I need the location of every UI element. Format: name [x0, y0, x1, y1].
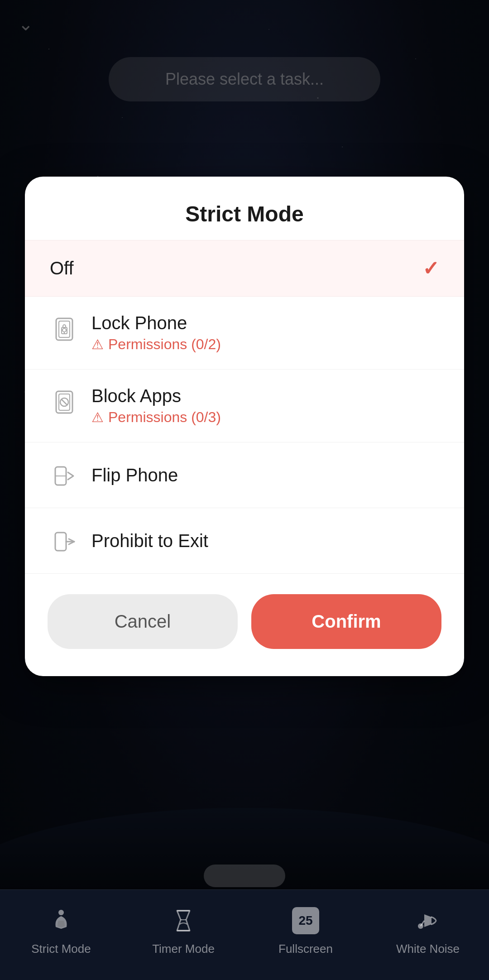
block-apps-permission: ⚠ Permissions (0/3) — [91, 409, 439, 426]
fullscreen-badge: 25 — [292, 907, 319, 934]
modal-title: Strict Mode — [25, 177, 464, 240]
lock-phone-label: Lock Phone — [91, 313, 439, 333]
option-prohibit-exit-row[interactable]: Prohibit to Exit — [25, 508, 464, 574]
checkmark-icon: ✓ — [422, 257, 439, 280]
block-apps-icon — [50, 388, 79, 417]
nav-item-fullscreen[interactable]: 25 Fullscreen — [244, 905, 367, 956]
svg-rect-1 — [59, 321, 70, 337]
option-off-label: Off — [50, 258, 74, 279]
bottom-pill-indicator — [204, 865, 285, 887]
bottom-navigation: Strict Mode Timer Mode 25 Fullscreen — [0, 889, 489, 980]
option-block-apps-row[interactable]: Block Apps ⚠ Permissions (0/3) — [25, 370, 464, 442]
svg-point-15 — [58, 910, 64, 915]
cancel-button[interactable]: Cancel — [48, 594, 238, 649]
strict-mode-modal: Strict Mode Off ✓ Lock Phone ⚠ Permissio… — [25, 177, 464, 676]
prohibit-exit-label: Prohibit to Exit — [91, 531, 208, 551]
lock-phone-content: Lock Phone ⚠ Permissions (0/2) — [91, 313, 439, 353]
modal-actions: Cancel Confirm — [25, 574, 464, 653]
warning-icon: ⚠ — [91, 336, 104, 352]
nav-item-white-noise[interactable]: White Noise — [367, 905, 489, 956]
white-noise-nav-icon — [412, 905, 444, 937]
flip-phone-icon — [50, 461, 79, 490]
block-apps-content: Block Apps ⚠ Permissions (0/3) — [91, 386, 439, 426]
option-off-row[interactable]: Off ✓ — [25, 240, 464, 297]
confirm-button[interactable]: Confirm — [251, 594, 441, 649]
fullscreen-nav-label: Fullscreen — [278, 942, 333, 956]
lock-phone-icon — [50, 315, 79, 344]
strict-mode-nav-icon — [45, 905, 77, 937]
strict-mode-nav-label: Strict Mode — [31, 942, 91, 956]
svg-rect-13 — [55, 533, 66, 551]
timer-mode-nav-icon — [168, 905, 199, 937]
nav-item-timer-mode[interactable]: Timer Mode — [122, 905, 244, 956]
block-apps-label: Block Apps — [91, 386, 439, 406]
timer-mode-nav-label: Timer Mode — [152, 942, 215, 956]
prohibit-exit-icon — [50, 527, 79, 556]
lock-phone-permission: ⚠ Permissions (0/2) — [91, 336, 439, 353]
option-flip-phone-row[interactable]: Flip Phone — [25, 442, 464, 508]
warning-icon-2: ⚠ — [91, 409, 104, 425]
block-apps-perm-text: Permissions (0/3) — [108, 409, 221, 426]
svg-point-2 — [62, 328, 66, 332]
nav-item-strict-mode[interactable]: Strict Mode — [0, 905, 122, 956]
fullscreen-nav-icon: 25 — [290, 905, 321, 937]
flip-phone-label: Flip Phone — [91, 465, 178, 485]
option-lock-phone-row[interactable]: Lock Phone ⚠ Permissions (0/2) — [25, 297, 464, 370]
svg-line-10 — [62, 399, 67, 405]
lock-phone-perm-text: Permissions (0/2) — [108, 336, 221, 353]
white-noise-nav-label: White Noise — [396, 942, 460, 956]
